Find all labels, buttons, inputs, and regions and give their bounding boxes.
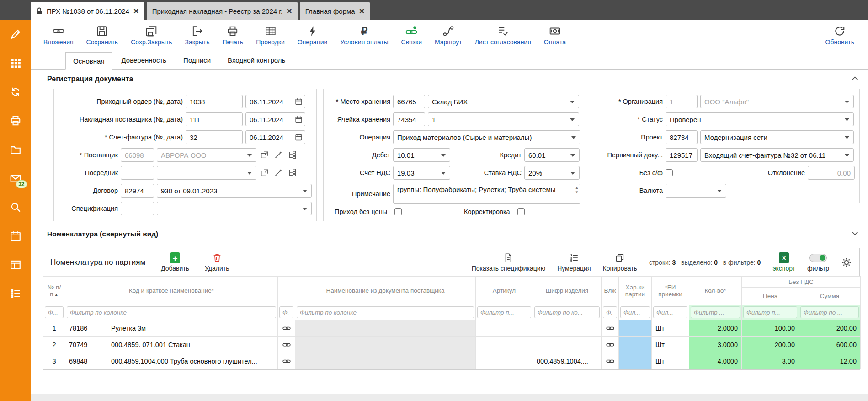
sync-icon[interactable] [9,85,22,99]
primary-doc-select[interactable]: Входящий счет-фактура №32 от 06.11 [700,148,854,162]
cell-cipher[interactable] [533,337,602,353]
storage-code-input[interactable] [393,95,425,108]
cell-code-name[interactable]: 70749000.4859. 071.001 Стакан [65,337,278,353]
specification-code-input[interactable] [121,202,154,215]
status-select[interactable]: Проверен [666,112,854,126]
storage-select[interactable]: Склад БИХ [428,95,579,108]
filter-toggle[interactable]: фильтр [807,252,829,272]
no-price-checkbox[interactable] [394,208,402,215]
cell-batch-characteristics[interactable] [619,320,652,337]
invoice-number-input[interactable] [186,130,243,144]
cell-price[interactable]: 200.00 [742,337,799,353]
storage-cell-select[interactable]: 1 [428,112,579,126]
cell-qty[interactable]: 2.0000 [689,320,742,337]
order-number-input[interactable] [186,95,243,108]
order-date-input[interactable] [245,95,305,108]
specification-select[interactable] [157,202,312,215]
contract-select[interactable]: 930 от 09.01.2023 [157,184,312,198]
filter-input-qty[interactable] [691,306,740,318]
cell-batch-characteristics[interactable] [619,337,652,353]
filter-input-code[interactable] [67,306,276,318]
project-code-input[interactable] [666,130,698,144]
vat-rate-select[interactable]: 20% [524,166,580,180]
numbering-button[interactable]: Нумерация [557,252,591,272]
settings-gear-button[interactable] [841,257,852,268]
storage-cell-code-input[interactable] [393,112,425,126]
waybill-date-input[interactable] [245,112,305,126]
col-header-attach[interactable]: Влж [602,277,619,305]
toolbar-payment-terms-button[interactable]: ₽ Условия оплаты [340,25,388,46]
tab-main[interactable]: Основная [65,52,112,70]
table-row[interactable]: 2 70749000.4859. 071.001 Стакан Шт 3.000… [43,337,861,353]
printer-icon[interactable] [9,114,22,128]
search-icon[interactable] [9,200,22,214]
filter-input-article[interactable] [477,306,531,318]
show-specification-button[interactable]: Показать спецификацию [472,252,546,272]
toolbar-route-button[interactable]: Маршрут [435,25,462,46]
magic-wand-icon[interactable] [273,167,284,178]
table-row[interactable]: 1 78186Рулетка 3м Шт 2.0000 100.00 [43,320,861,337]
note-field[interactable]: группы: Полуфабрикаты; Рулетки; Труба си… [393,184,580,204]
table-row[interactable]: 3 69848000.4859.1004.000 Труба основного… [43,353,861,369]
cell-article[interactable] [476,353,533,369]
invoice-date-input[interactable] [245,130,305,144]
modules-grid-icon[interactable] [9,56,22,70]
magic-wand-icon[interactable] [273,150,284,160]
delete-row-button[interactable]: Удалить [205,252,229,272]
filter-input-batch[interactable] [620,306,650,318]
cell-batch-characteristics[interactable] [619,353,652,369]
expand-section-button[interactable] [853,230,857,238]
calendar-icon[interactable] [9,229,22,243]
vat-account-select[interactable]: 19.03 [393,166,450,180]
cell-supplier-name[interactable] [295,320,476,337]
cell-link[interactable] [278,353,295,369]
cell-cipher[interactable] [533,320,602,337]
correction-checkbox[interactable] [517,208,525,215]
toolbar-approval-sheet-button[interactable]: Лист согласования [475,25,531,46]
cell-cipher[interactable]: 000.4859.1004.... [533,353,602,369]
intermediary-select[interactable] [157,166,256,180]
add-row-button[interactable]: + Добавить [161,252,189,272]
toolbar-print-button[interactable]: Печать [222,25,243,46]
tab-power-of-attorney[interactable]: Доверенность [114,53,175,67]
task-list-icon[interactable] [9,287,22,300]
cell-num[interactable]: 3 [43,353,65,369]
cell-code-name[interactable]: 78186Рулетка 3м [65,320,278,337]
col-header-unit[interactable]: *ЕИ приемки [652,277,689,305]
tab-input-control[interactable]: Входной контроль [220,53,293,67]
cell-code-name[interactable]: 69848000.4859.1004.000 Труба основного г… [65,353,278,369]
toolbar-attachments-button[interactable]: Вложения [43,25,74,46]
col-header-batch[interactable]: Хар-ки партии [619,277,652,305]
toolbar-postings-button[interactable]: Проводки [256,25,285,46]
col-header-cipher[interactable]: Шифр изделия [533,277,602,305]
toolbar-save-close-button[interactable]: Сохр.Закрыть [131,25,172,46]
collapse-section-button[interactable] [853,75,857,83]
col-header-qty[interactable]: Кол-во* [689,277,742,305]
col-header-price[interactable]: Цена [742,288,799,305]
cell-sum[interactable]: 600.00 [799,337,861,353]
col-header-link[interactable] [278,277,295,305]
toolbar-links-button[interactable]: Связки [401,25,422,46]
filter-input-price[interactable] [743,306,797,318]
col-header-supplier-name[interactable]: Наименование из документа поставщика [295,277,476,305]
cell-attach[interactable] [602,337,619,353]
cell-unit[interactable]: Шт [652,337,689,353]
cell-article[interactable] [476,337,533,353]
cell-attach[interactable] [602,353,619,369]
cell-num[interactable]: 1 [43,320,65,337]
window-tab-register[interactable]: Приходная накладная - Реестр за 2024 г. … [147,2,298,20]
tab-close-icon[interactable]: × [287,6,292,16]
card-file-icon[interactable] [9,258,22,272]
hierarchy-icon[interactable] [287,150,298,160]
cell-sum[interactable]: 200.00 [799,320,861,337]
operation-select[interactable]: Приход материалов (Сырье и материалы) [393,130,580,144]
cell-unit[interactable]: Шт [652,320,689,337]
cell-supplier-name[interactable] [295,353,476,369]
toolbar-payment-button[interactable]: Оплата [544,25,566,46]
debit-select[interactable]: 10.01 [393,148,450,162]
filter-input-sum[interactable] [800,306,859,318]
filter-input-link[interactable] [279,306,293,318]
cell-sum[interactable]: 12.00 [799,353,861,369]
toolbar-operations-button[interactable]: Операции [298,25,328,46]
filter-input-attach[interactable] [603,306,617,318]
